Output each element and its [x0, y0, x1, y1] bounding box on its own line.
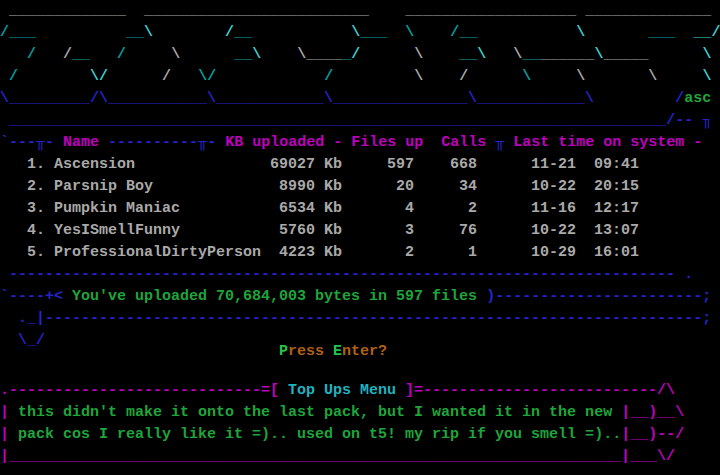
menu-note-line-2: | pack cos I really like it =).. used on… — [0, 424, 684, 446]
ascii-art-row-4: / \/ / \/ / \ / \ \ \ \ — [0, 66, 720, 88]
ascii-art-row-3: / /__ / \ __\ \_____/ \ __\ \________\__… — [0, 44, 720, 66]
table-row-2: 2. Parsnip Boy 8990 Kb 20 34 10-22 20:15 — [0, 176, 639, 198]
table-header: `---╥- Name ----------╥- KB uploaded - F… — [0, 132, 720, 154]
table-row-4: 4. YesISmellFunny 5760 Kb 3 76 10-22 13:… — [0, 220, 639, 242]
table-row-1: 1. Ascension 69027 Kb 597 668 11-21 09:4… — [0, 154, 639, 176]
table-row-3: 3. Pumpkin Maniac 6534 Kb 4 2 11-16 12:1… — [0, 198, 639, 220]
menu-bottom-border: |_______________________________________… — [0, 446, 675, 468]
table-top-border: ________________________________________… — [0, 110, 720, 132]
ascii-art-row-2: /___ __\ /__ \___ \ /__ \ ___ __/ — [0, 22, 720, 44]
upload-summary-line: `----+< You've uploaded 70,684,003 bytes… — [0, 286, 720, 308]
ascii-art-row-5: \_________/\___________\____________\___… — [0, 88, 720, 110]
ascii-art-row-1: _____________ _________________________ … — [0, 0, 711, 22]
press-enter-prompt: Press Enter? — [0, 341, 387, 363]
summary-bottom-border: ._|-------------------------------------… — [0, 308, 720, 330]
table-row-5: 5. ProfessionalDirtyPerson 4223 Kb 2 1 1… — [0, 242, 639, 264]
terminal-screen[interactable]: _____________ _________________________ … — [0, 0, 720, 475]
table-bottom-border: ----------------------------------------… — [0, 264, 693, 286]
menu-top-border: .----------------------------=[ Top Ups … — [0, 380, 675, 402]
menu-note-line-1: | this didn't make it onto the last pack… — [0, 402, 684, 424]
